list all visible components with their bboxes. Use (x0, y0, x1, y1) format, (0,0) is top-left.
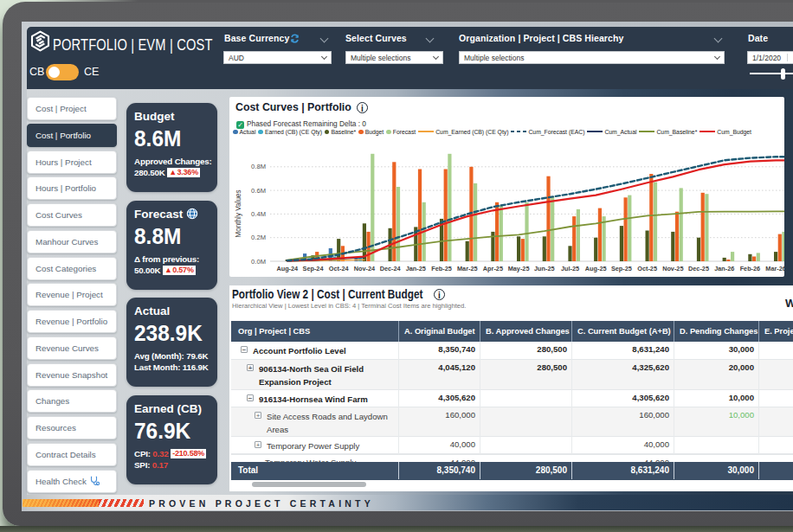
svg-text:Nov-24: Nov-24 (354, 265, 376, 272)
svg-text:Oct-25: Oct-25 (637, 265, 657, 272)
svg-text:Jun-25: Jun-25 (534, 265, 555, 272)
svg-text:Oct-24: Oct-24 (329, 265, 350, 272)
svg-text:Feb-25: Feb-25 (431, 265, 452, 272)
svg-text:Jan-26: Jan-26 (714, 265, 734, 272)
svg-text:Nov-25: Nov-25 (662, 265, 683, 272)
svg-text:0.2M: 0.2M (251, 234, 266, 241)
svg-text:Monthly Values: Monthly Values (235, 189, 242, 237)
svg-text:Jan-25: Jan-25 (406, 265, 426, 272)
svg-text:0.8M: 0.8M (251, 163, 266, 170)
svg-text:0.6M: 0.6M (251, 187, 266, 195)
svg-text:Feb-26: Feb-26 (740, 265, 761, 272)
svg-text:Apr-25: Apr-25 (483, 265, 503, 272)
svg-text:Mar-26: Mar-26 (765, 265, 784, 272)
svg-text:May-25: May-25 (508, 265, 530, 272)
svg-text:0.0M: 0.0M (251, 258, 266, 266)
svg-text:Dec-24: Dec-24 (380, 265, 402, 272)
svg-text:Aug-25: Aug-25 (585, 265, 607, 272)
svg-text:Mar-25: Mar-25 (457, 265, 478, 272)
svg-text:Sep-24: Sep-24 (303, 265, 325, 272)
svg-text:Sep-25: Sep-25 (611, 265, 632, 272)
svg-text:Aug-24: Aug-24 (276, 265, 299, 272)
svg-text:0.4M: 0.4M (251, 210, 266, 218)
svg-text:Jul-25: Jul-25 (561, 265, 579, 272)
svg-text:Dec-25: Dec-25 (688, 265, 709, 272)
